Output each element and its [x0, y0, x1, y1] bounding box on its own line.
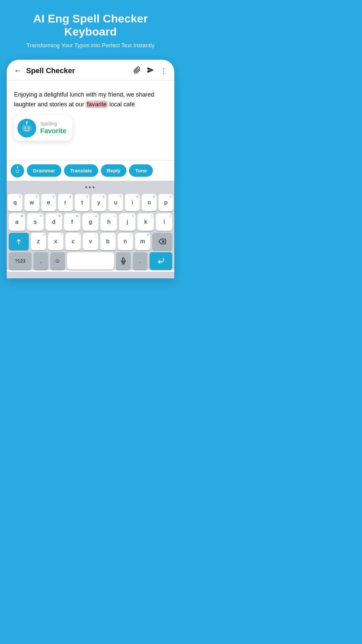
spell-info: Spelling Favorite	[40, 121, 66, 135]
spell-correction: Favorite	[40, 127, 66, 135]
back-button[interactable]: ←	[14, 66, 21, 75]
keyboard-dots: •••	[7, 183, 174, 191]
key-i[interactable]: 8i	[125, 194, 140, 211]
microphone-key[interactable]	[116, 252, 131, 270]
key-p[interactable]: 0p	[159, 194, 173, 211]
emoji-key[interactable]: ☺	[50, 252, 65, 270]
svg-point-2	[26, 121, 28, 123]
key-y[interactable]: 6y	[92, 194, 106, 211]
svg-point-10	[17, 166, 18, 167]
enter-key[interactable]	[149, 252, 172, 270]
message-area: Enjoying a delightful lunch with my frie…	[7, 87, 174, 160]
tone-button[interactable]: Tone	[129, 164, 153, 177]
key-o[interactable]: 9o	[142, 194, 157, 211]
key-row-4: ?123 , ☺ .	[7, 252, 174, 270]
shift-key[interactable]	[9, 233, 29, 250]
key-row-3: *z "x 'c :v ;b !n ?m	[7, 233, 174, 250]
key-e[interactable]: 3e	[41, 194, 56, 211]
app-subtitle: Transforming Your Typos into Perfect Tex…	[10, 42, 171, 50]
svg-point-7	[28, 127, 29, 128]
svg-point-6	[24, 127, 25, 128]
key-h[interactable]: -h	[101, 213, 117, 231]
key-z[interactable]: *z	[31, 233, 46, 250]
app-title: AI Eng Spell Checker Keyboard	[10, 12, 171, 38]
attachment-icon[interactable]	[133, 66, 141, 75]
space-key[interactable]	[67, 252, 114, 270]
keyboard-toolbar: Grammar Translate Reply Tone	[7, 160, 174, 181]
send-icon[interactable]	[147, 66, 154, 75]
key-s[interactable]: #s	[27, 213, 44, 231]
key-q[interactable]: 1q	[8, 194, 22, 211]
svg-point-14	[18, 170, 19, 171]
key-t[interactable]: 5t	[75, 194, 89, 211]
key-g[interactable]: &g	[82, 213, 99, 231]
key-w[interactable]: 2w	[24, 194, 39, 211]
key-u[interactable]: 7u	[108, 194, 123, 211]
header-section: AI Eng Spell Checker Keyboard Transformi…	[0, 0, 181, 56]
bottom-bar	[7, 272, 174, 278]
topbar-icons: ⋮	[133, 66, 167, 75]
key-d[interactable]: $d	[46, 213, 62, 231]
highlighted-word: favarite	[86, 101, 108, 108]
grammar-button[interactable]: Grammar	[27, 164, 61, 177]
robot-avatar	[17, 119, 36, 138]
key-v[interactable]: :v	[83, 233, 98, 250]
spell-label: Spelling	[40, 121, 66, 126]
key-j[interactable]: +j	[119, 213, 135, 231]
keyboard: ••• 1q 2w 3e 4r 5t 6y 7u 8i 9o 0p @a #s …	[7, 181, 174, 270]
topbar: ← Spell Checker ⋮	[7, 60, 174, 80]
translate-button[interactable]: Translate	[64, 164, 98, 177]
numbers-key[interactable]: ?123	[9, 252, 32, 270]
comma-key[interactable]: ,	[34, 252, 48, 270]
divider	[7, 80, 174, 80]
message-text: Enjoying a delightful lunch with my frie…	[14, 90, 167, 109]
key-x[interactable]: "x	[48, 233, 63, 250]
key-r[interactable]: 4r	[58, 194, 73, 211]
key-row-2: @a #s $d %f &g -h +j (k )l	[7, 213, 174, 231]
more-options-icon[interactable]: ⋮	[160, 67, 167, 75]
key-c[interactable]: 'c	[65, 233, 81, 250]
period-key[interactable]: .	[133, 252, 147, 270]
message-text-after: local café	[108, 101, 135, 108]
screen-title: Spell Checker	[26, 66, 129, 75]
key-a[interactable]: @a	[9, 213, 25, 231]
key-b[interactable]: ;b	[100, 233, 116, 250]
svg-point-13	[16, 170, 17, 171]
backspace-key[interactable]	[152, 233, 172, 250]
key-m[interactable]: ?m	[135, 233, 150, 250]
spell-suggestion-bubble[interactable]: Spelling Favorite	[14, 115, 72, 141]
key-l[interactable]: )l	[156, 213, 172, 231]
key-n[interactable]: !n	[118, 233, 133, 250]
phone-card: ← Spell Checker ⋮ Enjoying a delightful …	[7, 60, 174, 278]
key-k[interactable]: (k	[137, 213, 154, 231]
reply-button[interactable]: Reply	[101, 164, 127, 177]
toolbar-robot-icon[interactable]	[11, 164, 24, 177]
key-f[interactable]: %f	[64, 213, 80, 231]
key-row-1: 1q 2w 3e 4r 5t 6y 7u 8i 9o 0p	[7, 194, 174, 211]
